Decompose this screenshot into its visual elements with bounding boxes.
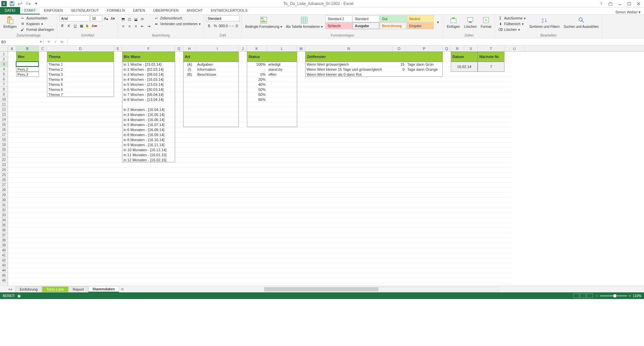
cell[interactable]: in 6 Wochen - [30.03.14]: [122, 87, 175, 92]
header-wer[interactable]: Wer: [16, 52, 39, 62]
row-header-12[interactable]: 12: [0, 107, 8, 112]
fill-button[interactable]: ⬇Füllbereich ▾: [497, 21, 527, 26]
col-header-U[interactable]: U: [504, 46, 525, 51]
insert-cells-button[interactable]: Einfügen: [445, 15, 461, 29]
style-schlecht[interactable]: Schlecht: [325, 22, 352, 29]
format-as-table-button[interactable]: Als Tabelle formatieren ▾: [285, 15, 324, 29]
cell[interactable]: [267, 92, 297, 97]
cell[interactable]: erledigt: [267, 62, 297, 67]
row-header-32[interactable]: 32: [0, 208, 8, 213]
row-header-27[interactable]: 27: [0, 182, 8, 187]
grow-font-icon[interactable]: A▴: [103, 15, 109, 21]
align-middle-icon[interactable]: ◫: [126, 16, 132, 22]
cell[interactable]: Wenn Wert kleiner als 0 dann Rot: [305, 72, 392, 77]
sort-filter-button[interactable]: AZSortieren und Filtern: [528, 15, 561, 29]
col-header-R[interactable]: R: [451, 46, 464, 51]
cell[interactable]: Pers.3: [16, 72, 39, 77]
active-cell[interactable]: [16, 61, 39, 67]
row-header-31[interactable]: 31: [0, 203, 8, 208]
cell[interactable]: 0: [392, 67, 406, 72]
maximize-icon[interactable]: [625, 1, 633, 7]
zoom-out-icon[interactable]: −: [596, 294, 598, 298]
paste-button[interactable]: Einfügen: [2, 15, 18, 29]
clear-button[interactable]: ⌫Löschen ▾: [497, 27, 527, 32]
align-top-icon[interactable]: ⬒: [120, 16, 126, 22]
tab-start[interactable]: START: [20, 7, 40, 14]
row-header-28[interactable]: 28: [0, 187, 8, 192]
cell[interactable]: Thema 3: [47, 72, 114, 77]
row-header-10[interactable]: 10: [0, 97, 8, 102]
col-header-S[interactable]: S: [464, 46, 478, 51]
style-standard2[interactable]: Standard 2: [325, 15, 352, 22]
row-header-37[interactable]: 37: [0, 233, 8, 238]
cell[interactable]: in 8 Monaten - [16.10.14]: [122, 137, 175, 142]
save-icon[interactable]: [9, 1, 15, 7]
header-thema[interactable]: Thema: [47, 52, 114, 62]
zoom-value[interactable]: 110%: [633, 294, 641, 298]
sheet-tab-einfuehrung[interactable]: Einführung: [15, 286, 42, 292]
cell[interactable]: in 1 Woche - [23.02.14]: [122, 62, 175, 67]
row-header-26[interactable]: 26: [0, 177, 8, 182]
row-header-4[interactable]: 4: [0, 67, 8, 72]
help-icon[interactable]: ?: [597, 1, 605, 7]
enter-formula-icon[interactable]: ✓: [52, 39, 58, 45]
qat-customize-icon[interactable]: ▾: [33, 1, 40, 7]
row-header-44[interactable]: 44: [0, 268, 8, 273]
conditional-format-button[interactable]: Bedingte Formatierung ▾: [244, 15, 283, 29]
row-header-17[interactable]: 17: [0, 132, 8, 137]
fill-color-button[interactable]: [85, 23, 91, 29]
header-datum[interactable]: Datum: [451, 52, 478, 62]
sheet-tab-report[interactable]: Report: [68, 286, 88, 292]
cell[interactable]: Thema 6: [47, 87, 114, 92]
row-header-14[interactable]: 14: [0, 117, 8, 122]
tab-view[interactable]: ANSICHT: [182, 7, 207, 14]
row-header-11[interactable]: 11: [0, 102, 8, 107]
cell[interactable]: 0%: [247, 72, 267, 77]
row-header-19[interactable]: 19: [0, 142, 8, 147]
cell[interactable]: offen: [267, 72, 297, 77]
row-header-16[interactable]: 16: [0, 127, 8, 132]
italic-button[interactable]: K: [66, 23, 72, 29]
row-header-33[interactable]: 33: [0, 213, 8, 218]
header-biswann[interactable]: Bis Wann: [122, 52, 175, 62]
row-header-20[interactable]: 20: [0, 147, 8, 152]
cell[interactable]: in 12 Monaten - [16.02.15]: [122, 157, 175, 162]
col-header-B[interactable]: B: [16, 46, 39, 51]
cell[interactable]: (B): [183, 72, 196, 77]
font-size-select[interactable]: [90, 15, 102, 21]
excel-logo-icon[interactable]: X: [1, 1, 7, 7]
add-sheet-icon[interactable]: ⊕: [119, 286, 126, 292]
tab-data[interactable]: DATEN: [129, 7, 149, 14]
row-header-6[interactable]: 6: [0, 77, 8, 82]
cell[interactable]: Thema 1: [47, 62, 114, 67]
select-all-corner[interactable]: [0, 46, 8, 51]
info-cell[interactable]: 16.02.14: [451, 62, 478, 72]
col-header-H[interactable]: H: [183, 46, 196, 51]
underline-button[interactable]: U: [72, 23, 78, 29]
cell[interactable]: in 2 Wochen - [02.03.14]: [122, 67, 175, 72]
format-cells-button[interactable]: Format: [479, 15, 493, 29]
cell[interactable]: [267, 87, 297, 92]
row-header-9[interactable]: 9: [0, 92, 8, 97]
cell[interactable]: [406, 72, 443, 77]
ribbon-options-icon[interactable]: [606, 1, 614, 7]
cell[interactable]: 40%: [247, 82, 267, 87]
cell[interactable]: Thema 2: [47, 67, 114, 72]
cell[interactable]: Pers.2: [16, 67, 39, 72]
cell[interactable]: (I): [183, 67, 196, 72]
font-color-button[interactable]: A: [91, 23, 97, 29]
row-header-21[interactable]: 21: [0, 152, 8, 157]
dec-decimal-icon[interactable]: ←.0: [231, 23, 237, 29]
tab-review[interactable]: ÜBERPRÜFEN: [149, 7, 183, 14]
cell[interactable]: Information: [196, 67, 239, 72]
sheet-tab-todo[interactable]: ToDo-Liste: [42, 286, 68, 292]
cell[interactable]: Beschlüsse: [196, 72, 239, 77]
row-header-39[interactable]: 39: [0, 243, 8, 248]
cell[interactable]: Thema 7: [47, 92, 114, 97]
cell[interactable]: 20%: [247, 77, 267, 82]
cell[interactable]: Wenn Wert kleiner 15 Tage und grösser/gl…: [305, 67, 392, 72]
style-neutral[interactable]: Neutral: [407, 15, 434, 22]
merge-button[interactable]: ⬌Verbinden und zentrieren ▾: [153, 21, 202, 26]
cell[interactable]: in 4 Monaten - [16.06.14]: [122, 117, 175, 122]
row-header-36[interactable]: 36: [0, 228, 8, 233]
